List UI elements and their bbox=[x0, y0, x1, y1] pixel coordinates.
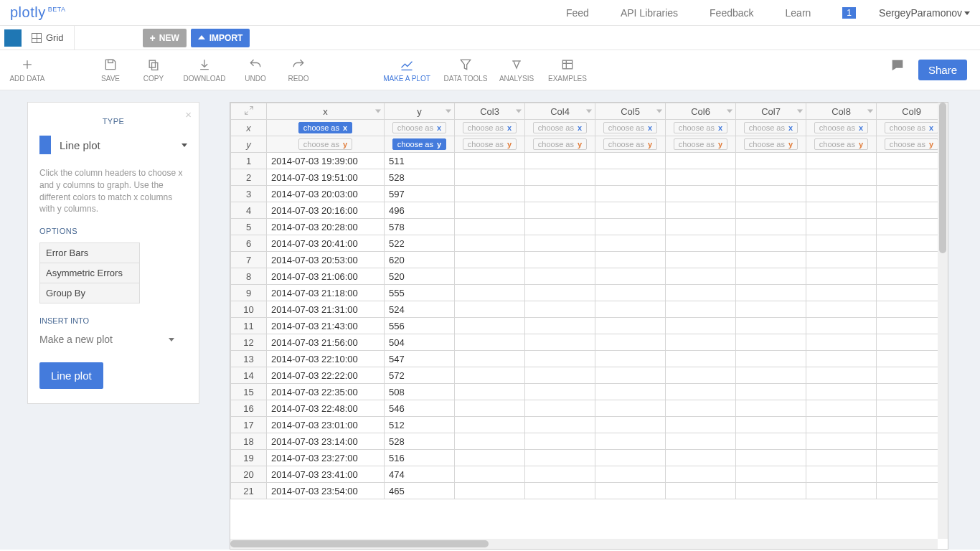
choose-y-Col3[interactable]: choose as y bbox=[455, 136, 525, 153]
cell[interactable] bbox=[877, 186, 947, 202]
row-header[interactable]: 21 bbox=[231, 483, 267, 499]
cell[interactable] bbox=[595, 433, 666, 450]
choose-y-Col5[interactable]: choose as y bbox=[595, 136, 666, 153]
cell[interactable] bbox=[877, 367, 947, 384]
cell[interactable] bbox=[595, 301, 666, 318]
cell[interactable]: 2014-07-03 23:27:00 bbox=[267, 450, 385, 466]
cell[interactable] bbox=[595, 252, 666, 268]
cell[interactable] bbox=[455, 169, 525, 186]
column-header-Col3[interactable]: Col3 bbox=[455, 103, 525, 120]
row-header[interactable]: 12 bbox=[231, 334, 267, 351]
choose-y-y[interactable]: choose as y bbox=[385, 136, 455, 153]
cell[interactable] bbox=[595, 367, 666, 384]
cell[interactable] bbox=[806, 268, 877, 285]
cell[interactable] bbox=[877, 235, 947, 252]
cell[interactable] bbox=[666, 400, 736, 417]
cell[interactable] bbox=[455, 450, 525, 466]
cell[interactable] bbox=[877, 285, 947, 301]
cell[interactable] bbox=[666, 186, 736, 202]
undo-button[interactable]: UNDO bbox=[234, 57, 277, 83]
cell[interactable] bbox=[736, 400, 806, 417]
cell[interactable]: 2014-07-03 21:31:00 bbox=[267, 301, 385, 318]
cell[interactable]: 2014-07-03 23:01:00 bbox=[267, 417, 385, 433]
choose-y-Col6[interactable]: choose as y bbox=[666, 136, 736, 153]
cell[interactable] bbox=[525, 252, 595, 268]
cell[interactable]: 546 bbox=[385, 400, 455, 417]
horizontal-scrollbar[interactable] bbox=[230, 539, 938, 549]
cell[interactable] bbox=[736, 334, 806, 351]
cell[interactable] bbox=[525, 318, 595, 334]
insert-into-select[interactable]: Make a new plot bbox=[39, 331, 187, 348]
choose-x-x[interactable]: choose as x bbox=[267, 120, 385, 136]
cell[interactable] bbox=[525, 367, 595, 384]
cell[interactable] bbox=[877, 417, 947, 433]
cell[interactable] bbox=[666, 450, 736, 466]
cell[interactable] bbox=[525, 433, 595, 450]
cell[interactable]: 2014-07-03 23:54:00 bbox=[267, 483, 385, 499]
cell[interactable]: 2014-07-03 23:14:00 bbox=[267, 433, 385, 450]
cell[interactable] bbox=[877, 301, 947, 318]
cell[interactable] bbox=[595, 384, 666, 400]
cell[interactable] bbox=[877, 384, 947, 400]
cell[interactable]: 2014-07-03 19:39:00 bbox=[267, 153, 385, 169]
cell[interactable] bbox=[455, 367, 525, 384]
column-header-Col7[interactable]: Col7 bbox=[736, 103, 806, 120]
cell[interactable] bbox=[736, 466, 806, 483]
cell[interactable] bbox=[455, 384, 525, 400]
cell[interactable] bbox=[455, 186, 525, 202]
row-header[interactable]: 16 bbox=[231, 400, 267, 417]
row-header[interactable]: 6 bbox=[231, 235, 267, 252]
cell[interactable] bbox=[666, 433, 736, 450]
choose-x-Col3[interactable]: choose as x bbox=[455, 120, 525, 136]
cell[interactable] bbox=[736, 252, 806, 268]
notification-badge[interactable]: 1 bbox=[842, 7, 856, 19]
cell[interactable] bbox=[806, 252, 877, 268]
cell[interactable] bbox=[455, 334, 525, 351]
cell[interactable] bbox=[666, 318, 736, 334]
cell[interactable]: 572 bbox=[385, 367, 455, 384]
cell[interactable]: 556 bbox=[385, 318, 455, 334]
cell[interactable] bbox=[806, 367, 877, 384]
cell[interactable] bbox=[525, 169, 595, 186]
cell[interactable] bbox=[806, 334, 877, 351]
redo-button[interactable]: REDO bbox=[277, 57, 320, 83]
cell[interactable] bbox=[666, 351, 736, 367]
row-header[interactable]: 18 bbox=[231, 433, 267, 450]
cell[interactable] bbox=[455, 268, 525, 285]
analysis-button[interactable]: ANALYSIS bbox=[495, 57, 538, 83]
row-header[interactable]: 19 bbox=[231, 450, 267, 466]
user-menu[interactable]: SergeyParamonov bbox=[879, 7, 970, 19]
choose-y-Col4[interactable]: choose as y bbox=[525, 136, 595, 153]
cell[interactable] bbox=[455, 351, 525, 367]
cell[interactable] bbox=[455, 483, 525, 499]
nav-feedback[interactable]: Feedback bbox=[710, 7, 753, 19]
cell[interactable] bbox=[666, 219, 736, 235]
cell[interactable] bbox=[525, 219, 595, 235]
cell[interactable]: 2014-07-03 23:41:00 bbox=[267, 466, 385, 483]
cell[interactable] bbox=[877, 466, 947, 483]
row-header[interactable]: 3 bbox=[231, 186, 267, 202]
cell[interactable] bbox=[736, 318, 806, 334]
cell[interactable] bbox=[806, 450, 877, 466]
download-button[interactable]: DOWNLOAD bbox=[175, 57, 234, 83]
cell[interactable] bbox=[455, 285, 525, 301]
cell[interactable]: 578 bbox=[385, 219, 455, 235]
cell[interactable] bbox=[877, 450, 947, 466]
cell[interactable] bbox=[595, 450, 666, 466]
cell[interactable] bbox=[666, 202, 736, 219]
cell[interactable]: 2014-07-03 22:48:00 bbox=[267, 400, 385, 417]
nav-api-libraries[interactable]: API Libraries bbox=[621, 7, 678, 19]
cell[interactable]: 524 bbox=[385, 301, 455, 318]
cell[interactable] bbox=[666, 169, 736, 186]
cell[interactable] bbox=[877, 268, 947, 285]
cell[interactable]: 2014-07-03 20:28:00 bbox=[267, 219, 385, 235]
row-header[interactable]: 1 bbox=[231, 153, 267, 169]
cell[interactable] bbox=[806, 483, 877, 499]
cell[interactable] bbox=[877, 153, 947, 169]
row-header[interactable]: 10 bbox=[231, 301, 267, 318]
cell[interactable] bbox=[877, 252, 947, 268]
cell[interactable] bbox=[666, 153, 736, 169]
column-header-y[interactable]: y bbox=[385, 103, 455, 120]
cell[interactable] bbox=[455, 252, 525, 268]
close-icon[interactable]: × bbox=[185, 108, 192, 121]
